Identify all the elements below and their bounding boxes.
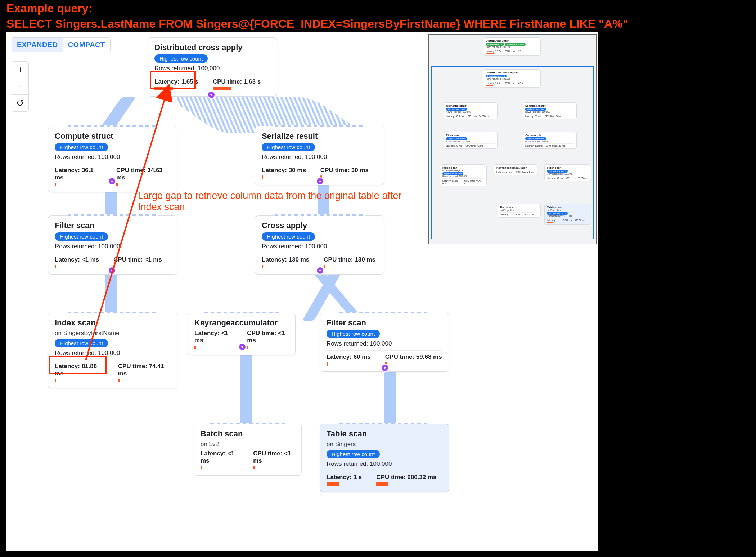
chevron-down-icon (108, 177, 116, 185)
latency-bar (262, 265, 263, 268)
rows-returned: Rows returned: 100,000 (327, 340, 442, 347)
node-title: Batch scan (201, 429, 295, 438)
rows-returned: Rows returned: 100,000 (262, 243, 378, 250)
node-index-scan[interactable]: Index scan on SingersByFirstName Highest… (48, 313, 177, 388)
chevron-down-icon (108, 267, 116, 275)
latency-label: Latency: 30 ms (262, 167, 306, 174)
cpu-bar (213, 87, 231, 90)
cpu-label: CPU time: 74.41 ms (118, 363, 171, 377)
latency-label: Latency: 36.1 ms (55, 167, 102, 181)
latency-label: Latency: 130 ms (262, 256, 309, 263)
latency-bar (262, 175, 263, 179)
node-cross-apply[interactable]: Cross apply Highest row count Rows retur… (255, 215, 384, 275)
node-filter-scan-1[interactable]: Filter scan Highest row count Rows retur… (48, 215, 177, 275)
mm-node-keyrangeaccumulator[interactable]: Keyrangeaccumulator Latency: <1 msCPU ti… (494, 164, 537, 175)
rows-returned: Rows returned: 100,000 (55, 243, 171, 250)
mm-node-filter-scan-1[interactable]: Filter scan Highest row count Rows retur… (444, 132, 498, 149)
zoom-reset-button[interactable]: ↺ (12, 95, 28, 111)
node-table-scan[interactable]: Table scan on Singers Highest row count … (320, 424, 449, 492)
node-filter-scan-2[interactable]: Filter scan Highest row count Rows retur… (320, 313, 449, 372)
zoom-in-button[interactable]: + (12, 62, 28, 78)
latency-label: Latency: 1.65 s (154, 78, 198, 85)
rows-returned: Rows returned: 100,000 (55, 153, 171, 161)
zoom-out-button[interactable]: − (12, 78, 28, 95)
latency-bar (154, 87, 173, 90)
node-title: Filter scan (55, 221, 171, 230)
node-batch-scan[interactable]: Batch scan on $v2 Latency: <1 ms CPU tim… (194, 424, 302, 476)
cpu-label: CPU time: 1.63 s (213, 78, 261, 85)
mm-node-distributed-union[interactable]: Distributed union Highest latencyHighest… (483, 37, 541, 56)
cpu-bar (247, 346, 248, 349)
badge-highest-row-count: Highest row count (327, 450, 380, 458)
node-title: Filter scan (327, 318, 442, 327)
mm-node-serialize-result[interactable]: Serialize result Highest row count Rows … (523, 102, 577, 119)
view-toggle: EXPANDED COMPACT (12, 37, 111, 52)
node-title: Keyrangeaccumulator (194, 318, 289, 327)
cpu-label: CPU time: 34.63 ms (116, 167, 171, 181)
latency-bar (55, 379, 56, 382)
node-subtext: on $v2 (201, 441, 295, 448)
mm-node-index-scan[interactable]: Index scan on PropertiesByEra Highest ro… (440, 164, 487, 186)
badge-highest-row-count: Highest row count (55, 232, 108, 241)
cpu-label: CPU time: 130 ms (324, 256, 375, 263)
mm-node-table-scan[interactable]: Table scan on Properties Highest row cou… (544, 204, 591, 225)
cpu-bar (253, 466, 255, 469)
mm-node-distributed-cross-apply[interactable]: Distributed cross apply Highest row coun… (483, 69, 541, 88)
badge-highest-row-count: Highest row count (154, 54, 208, 63)
query-plan-canvas[interactable]: EXPANDED COMPACT + − ↺ Distributed cross… (6, 32, 598, 551)
annot-mid-text: Large gap to retrieve column data from t… (138, 190, 426, 213)
chevron-down-icon (238, 343, 246, 351)
compact-button[interactable]: COMPACT (63, 38, 110, 52)
mm-node-batch-scan[interactable]: Batch scan on Properties Latency: 1 sCPU… (498, 204, 541, 218)
latency-bar (55, 265, 56, 268)
node-serialize-result[interactable]: Serialize result Highest row count Rows … (255, 126, 384, 185)
cpu-bar (118, 379, 120, 382)
cpu-label: CPU time: <1 ms (253, 450, 295, 464)
node-subtext: on SingersByFirstName (55, 330, 171, 337)
annot-header-line2: SELECT Singers.LastName FROM Singers@{FO… (6, 16, 628, 32)
cpu-bar (324, 265, 325, 268)
rows-returned: Rows returned: 100,000 (262, 153, 378, 161)
annot-header: Example query: SELECT Singers.LastName F… (6, 1, 628, 32)
rows-returned: Rows returned: 100,000 (154, 65, 270, 72)
latency-label: Latency: 1 s (327, 474, 362, 481)
latency-bar (194, 346, 196, 349)
badge-highest-row-count: Highest row count (55, 339, 108, 347)
annot-header-line1: Example query: (6, 1, 628, 16)
cpu-label: CPU time: 59.68 ms (385, 353, 442, 361)
node-title: Serialize result (262, 132, 378, 141)
chevron-down-icon (316, 267, 324, 275)
latency-bar (55, 183, 56, 186)
badge-highest-row-count: Highest row count (262, 232, 315, 241)
mm-node-cross-apply[interactable]: Cross apply Highest row count Rows retur… (523, 132, 577, 149)
minimap[interactable]: Distributed union Highest latencyHighest… (428, 34, 597, 244)
cpu-label: CPU time: <1 ms (113, 256, 162, 263)
latency-label: Latency: <1 ms (55, 256, 99, 263)
cpu-bar (116, 183, 118, 186)
node-title: Cross apply (262, 221, 378, 230)
latency-label: Latency: 81.88 ms (55, 363, 104, 377)
badge-highest-row-count: Highest row count (327, 330, 380, 338)
latency-label: Latency: <1 ms (194, 330, 233, 344)
node-title: Table scan (327, 429, 442, 438)
latency-label: Latency: 60 ms (327, 353, 371, 361)
rows-returned: Rows returned: 100,000 (327, 460, 442, 468)
latency-bar (327, 482, 339, 486)
latency-bar (327, 362, 328, 366)
node-title: Index scan (55, 318, 171, 327)
badge-highest-row-count: Highest row count (262, 143, 315, 151)
chevron-down-icon (316, 177, 324, 185)
chevron-down-icon (381, 364, 389, 372)
cpu-label: CPU time: <1 ms (247, 330, 289, 344)
latency-bar (201, 466, 202, 469)
mm-node-filter-scan-2[interactable]: Filter scan Highest row count Rows retur… (544, 164, 591, 181)
node-title: Compute struct (55, 132, 171, 141)
mm-node-compute-struct[interactable]: Compute struct Highest row count Rows re… (444, 102, 498, 119)
zoom-controls: + − ↺ (12, 61, 29, 112)
cpu-bar (376, 482, 388, 486)
chevron-down-icon (207, 91, 215, 99)
cpu-label: CPU time: 30 ms (320, 167, 369, 174)
node-subtext: on Singers (327, 441, 442, 448)
node-distributed-cross-apply[interactable]: Distributed cross apply Highest row coun… (148, 37, 277, 97)
expanded-button[interactable]: EXPANDED (12, 38, 63, 52)
